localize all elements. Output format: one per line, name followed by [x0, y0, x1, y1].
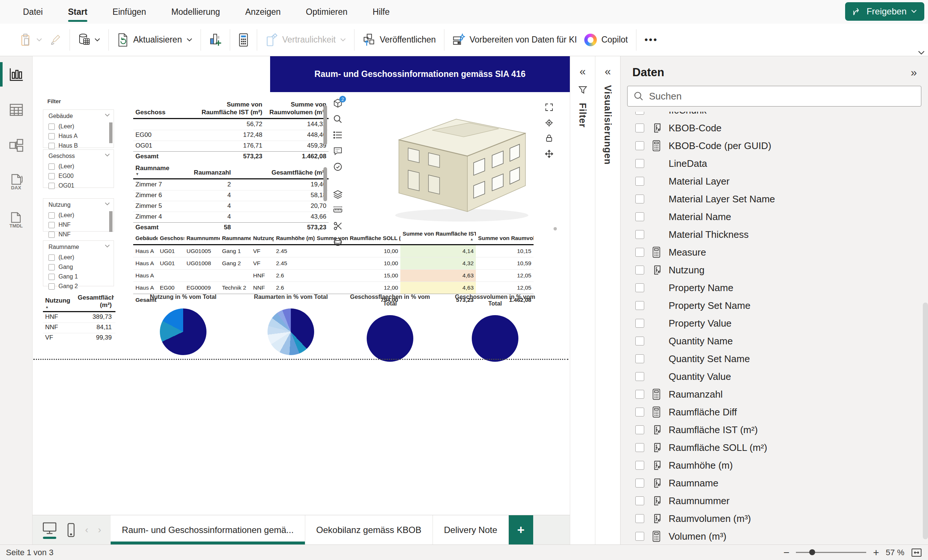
- collapse-ribbon-icon[interactable]: [917, 51, 925, 55]
- column-header[interactable]: Raumhöhe (m): [274, 232, 314, 244]
- checkbox[interactable]: [49, 124, 55, 130]
- field-label[interactable]: Raumvolumen (m³): [669, 513, 751, 525]
- field-item[interactable]: IfcChunk: [635, 112, 928, 119]
- paste-button[interactable]: [21, 34, 42, 46]
- slicer-option[interactable]: EG00: [49, 171, 114, 181]
- zoom-out-button[interactable]: −: [783, 547, 789, 558]
- lock-icon[interactable]: [545, 134, 554, 143]
- field-checkbox[interactable]: [635, 407, 644, 417]
- field-label[interactable]: Material Thickness: [669, 229, 749, 240]
- page-tab-1[interactable]: Raum- und Geschossinformationen gemä...: [111, 515, 305, 545]
- field-item[interactable]: Raumfläche IST (m²): [635, 421, 928, 439]
- pie-chart[interactable]: [367, 315, 413, 362]
- checkbox[interactable]: [49, 274, 55, 280]
- more-commands-button[interactable]: •••: [644, 34, 658, 46]
- detail-row[interactable]: Haus AUG01UG01008Gang 2VF2.4510,004,3210…: [133, 257, 534, 269]
- prepare-data-ai-button[interactable]: Vorbereiten von Daten für KI: [453, 33, 577, 47]
- column-header[interactable]: Nutzung▲: [43, 295, 75, 311]
- menu-optimieren[interactable]: Optimieren: [293, 0, 360, 24]
- field-checkbox[interactable]: [635, 532, 644, 541]
- field-label[interactable]: Raumhöhe (m): [669, 460, 733, 471]
- field-label[interactable]: Raumfläche SOLL (m²): [669, 442, 767, 453]
- raumname-table-scrollbar[interactable]: [324, 167, 327, 201]
- slicer-option[interactable]: Gang 2: [49, 281, 114, 291]
- checkbox[interactable]: [49, 133, 55, 139]
- visualizations-pane-vertical-label[interactable]: Visualisierungen: [602, 85, 613, 165]
- menu-datei[interactable]: Datei: [11, 0, 55, 24]
- data-pane-scrollbar[interactable]: [923, 302, 928, 539]
- filter-pane-vertical-label[interactable]: Filter: [577, 103, 588, 128]
- slicer-option[interactable]: Haus A: [49, 131, 114, 141]
- field-checkbox[interactable]: [635, 283, 644, 292]
- slicer-scrollbar[interactable]: [109, 122, 113, 143]
- add-page-button[interactable]: +: [509, 515, 533, 545]
- zoom-in-button[interactable]: +: [873, 547, 879, 558]
- detail-row[interactable]: Haus AEG00EG00009Technik 2NNF2.612,004,6…: [133, 281, 534, 294]
- menu-modellierung[interactable]: Modellierung: [159, 0, 233, 24]
- field-checkbox[interactable]: [635, 124, 644, 133]
- pie-visual-2[interactable]: Raumarten in % vom Total: [244, 294, 337, 355]
- field-item[interactable]: Raumnummer: [635, 492, 928, 510]
- history-check-tool-icon[interactable]: [333, 162, 343, 172]
- field-checkbox[interactable]: [635, 177, 644, 186]
- focus-target-icon[interactable]: [545, 118, 554, 127]
- field-item[interactable]: Material Layer Set Name: [635, 190, 928, 208]
- field-label[interactable]: Raumname: [669, 478, 718, 489]
- copilot-button[interactable]: Copilot: [584, 34, 628, 46]
- field-checkbox[interactable]: [635, 354, 644, 363]
- chevron-down-icon[interactable]: [105, 114, 110, 117]
- desktop-layout-button[interactable]: [42, 522, 57, 538]
- slicer-option[interactable]: (Leer): [49, 162, 114, 171]
- field-checkbox[interactable]: [635, 337, 644, 345]
- measure-tool-icon[interactable]: [333, 205, 343, 215]
- slicer-option[interactable]: HNF: [49, 220, 114, 230]
- field-item[interactable]: Raumvolumen (m³): [635, 510, 928, 528]
- field-checkbox[interactable]: [635, 496, 644, 505]
- field-label[interactable]: Volumen (m³): [669, 531, 727, 542]
- field-checkbox[interactable]: [635, 159, 644, 168]
- slicer-option[interactable]: (Leer): [49, 211, 114, 220]
- pie-chart[interactable]: [160, 308, 206, 355]
- page-tab-2[interactable]: Oekobilanz gemäss KBOB: [305, 515, 433, 545]
- detail-header[interactable]: GebäudeGeschossRaumnummerRaumnameNutzung…: [133, 228, 534, 245]
- field-label[interactable]: IfcChunk: [669, 112, 707, 116]
- field-item[interactable]: Raumfläche Diff: [635, 403, 928, 421]
- field-item[interactable]: Quantity Set Name: [635, 350, 928, 368]
- field-checkbox[interactable]: [635, 230, 644, 239]
- field-search-input[interactable]: [649, 91, 902, 102]
- pie-chart[interactable]: [472, 315, 518, 362]
- column-header[interactable]: Summe von Raumfläche IST (m²): [189, 99, 264, 118]
- fullscreen-icon[interactable]: [545, 103, 554, 112]
- field-label[interactable]: Quantity Set Name: [669, 353, 750, 365]
- visual-resize-handle[interactable]: [554, 227, 557, 230]
- expand-filter-pane-icon[interactable]: «: [580, 66, 586, 77]
- field-checkbox[interactable]: [635, 112, 644, 114]
- nutzung-row[interactable]: NNF84,11: [43, 322, 116, 333]
- field-item[interactable]: Raumfläche SOLL (m²): [635, 439, 928, 456]
- fit-to-page-icon[interactable]: [911, 548, 922, 557]
- format-painter-button[interactable]: [50, 34, 61, 46]
- chevron-down-icon[interactable]: [105, 202, 110, 206]
- field-search-box[interactable]: [627, 86, 921, 107]
- nutzung-row[interactable]: VF99,39: [43, 333, 116, 343]
- field-item[interactable]: Material Name: [635, 208, 928, 226]
- slicer-option[interactable]: (Leer): [49, 122, 114, 131]
- checkbox[interactable]: [49, 255, 55, 261]
- field-label[interactable]: Raumanzahl: [669, 389, 723, 400]
- field-checkbox[interactable]: [635, 372, 644, 381]
- field-checkbox[interactable]: [635, 425, 644, 434]
- chevron-down-icon[interactable]: [105, 154, 110, 157]
- prev-page-arrow[interactable]: ‹: [85, 524, 89, 536]
- geschoss-table-scrollbar[interactable]: [324, 105, 327, 145]
- field-label[interactable]: Property Name: [669, 282, 733, 294]
- field-item[interactable]: Measure: [635, 243, 928, 261]
- column-header[interactable]: Raumanzahl: [189, 167, 233, 178]
- field-label[interactable]: Raumfläche IST (m²): [669, 424, 758, 436]
- field-label[interactable]: Quantity Name: [669, 336, 733, 347]
- slicer-option[interactable]: (Leer): [49, 253, 114, 262]
- field-checkbox[interactable]: [635, 319, 644, 328]
- checkbox[interactable]: [49, 143, 55, 149]
- field-label[interactable]: Property Value: [669, 318, 731, 329]
- field-label[interactable]: Quantity Value: [669, 371, 731, 383]
- field-item[interactable]: LineData: [635, 155, 928, 172]
